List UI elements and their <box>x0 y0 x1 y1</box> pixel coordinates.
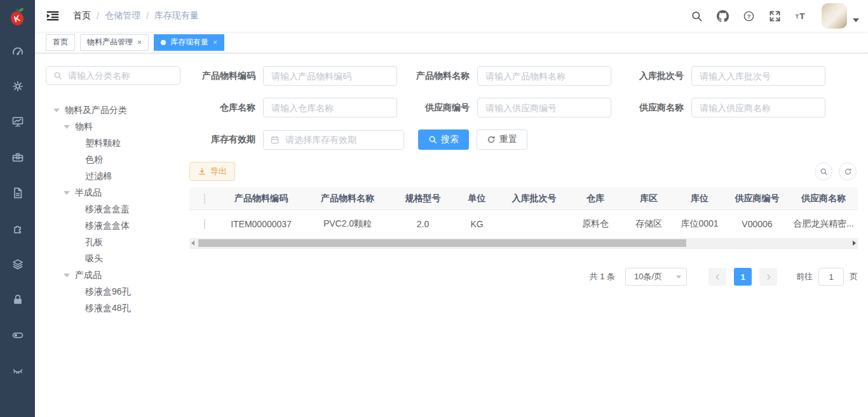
page-number-button[interactable]: 1 <box>734 268 752 286</box>
scrollbar-thumb[interactable] <box>198 239 686 247</box>
tree-node-leaf[interactable]: 移液盒盒盖 <box>46 201 180 218</box>
github-icon[interactable] <box>710 0 736 32</box>
sidebar-item-plugin[interactable] <box>0 211 35 246</box>
supplier-name-input[interactable] <box>691 98 825 117</box>
sidebar-menu <box>0 33 35 388</box>
sidebar-item-layers[interactable] <box>0 246 35 282</box>
pagination: 共 1 条 10条/页 1 <box>189 268 858 286</box>
tree-node-leaf[interactable]: 过滤棉 <box>46 168 180 185</box>
tree-expand-caret-icon[interactable] <box>64 125 70 129</box>
breadcrumb-home[interactable]: 首页 <box>73 10 91 22</box>
search-button[interactable]: 搜索 <box>418 129 469 150</box>
sidebar-item-toggle[interactable] <box>0 317 35 353</box>
breadcrumb-warehouse[interactable]: 仓储管理 <box>105 10 140 22</box>
tree-node-leaf[interactable]: 孔板 <box>46 234 180 251</box>
cell-warehouse: 原料仓 <box>567 218 623 230</box>
cell-item-code: ITEM00000037 <box>220 219 302 229</box>
breadcrumb-separator: / <box>146 11 149 21</box>
inventory-table: 产品物料编码 产品物料名称 规格型号 单位 入库批次号 仓库 库区 库位 供应商… <box>189 187 858 249</box>
cell-zone: 存储区 <box>623 218 674 230</box>
tab-material-product[interactable]: 物料产品管理 × <box>80 34 149 51</box>
table-row[interactable]: ITEM00000037 PVC2.0颗粒 2.0 KG 原料仓 存储区 库位0… <box>189 210 858 238</box>
prev-page-button[interactable] <box>709 268 726 286</box>
calendar-icon <box>270 135 280 145</box>
tree-node-leaf[interactable]: 色粉 <box>46 152 180 168</box>
tree-node-leaf[interactable]: 吸头 <box>46 251 180 267</box>
refresh-icon <box>487 135 496 144</box>
header-search-icon[interactable] <box>684 0 710 32</box>
tree-node-semifinished[interactable]: 半成品 <box>46 185 180 201</box>
work-area: 产品物料编码 产品物料名称 入库批次号 仓库名称 <box>189 66 858 417</box>
sidebar-item-monitor[interactable] <box>0 104 35 140</box>
fullscreen-icon[interactable] <box>762 0 788 32</box>
item-name-input[interactable] <box>477 66 611 86</box>
breadcrumb-separator: / <box>97 11 99 21</box>
user-avatar[interactable] <box>822 3 847 29</box>
category-tree-panel: 物料及产品分类 物料 塑料颗粒 色粉 过滤棉 半成品 移液盒盒盖 移液盒盒体 孔… <box>46 66 180 417</box>
logo-flower-icon: K <box>6 5 29 28</box>
tab-home[interactable]: 首页 <box>46 34 75 51</box>
next-page-button[interactable] <box>759 268 777 286</box>
font-size-icon[interactable]: T T <box>788 0 814 32</box>
tab-inventory-onhand[interactable]: 库存现有量 × <box>154 34 224 51</box>
puzzle-icon <box>11 222 24 235</box>
chevron-left-icon <box>714 274 721 281</box>
warehouse-name-input[interactable] <box>263 98 397 117</box>
filter-row-2: 仓库名称 供应商编号 供应商名称 <box>189 98 858 117</box>
download-icon <box>198 167 207 176</box>
help-icon[interactable]: ? <box>736 0 762 32</box>
tree-node-label: 孔板 <box>85 237 103 248</box>
tree-node-leaf[interactable]: 移液盒48孔 <box>46 300 180 317</box>
expiry-date-picker[interactable] <box>263 130 404 150</box>
tree-node-material[interactable]: 物料 <box>46 119 180 135</box>
tab-label: 库存现有量 <box>170 37 208 48</box>
page-size-select[interactable]: 10条/页 <box>625 268 687 286</box>
sidebar-item-document[interactable] <box>0 175 35 211</box>
toolbox-icon <box>11 151 24 164</box>
refresh-table-button[interactable] <box>839 162 857 180</box>
tree-search-input[interactable] <box>67 70 173 81</box>
tree-expand-caret-icon[interactable] <box>53 109 60 112</box>
svg-text:T: T <box>796 13 799 20</box>
sidebar-item-toolbox[interactable] <box>0 140 35 175</box>
tree-node-leaf[interactable]: 移液盒96孔 <box>46 284 180 300</box>
tree-expand-caret-icon[interactable] <box>64 274 70 277</box>
collapse-menu-icon[interactable] <box>43 6 62 25</box>
goto-page-input[interactable] <box>818 268 844 286</box>
tree-node-root[interactable]: 物料及产品分类 <box>46 102 180 119</box>
select-all-checkbox[interactable] <box>204 194 205 204</box>
sidebar-item-settings[interactable] <box>0 69 35 104</box>
toggle-search-button[interactable] <box>815 162 832 180</box>
tree-node-leaf[interactable]: 塑料颗粒 <box>46 135 180 152</box>
reset-button[interactable]: 重置 <box>477 129 527 150</box>
tab-close-icon[interactable]: × <box>213 39 217 46</box>
field-label: 仓库名称 <box>189 102 255 114</box>
tree-expand-caret-icon[interactable] <box>64 191 70 195</box>
item-code-input[interactable] <box>263 66 397 86</box>
user-menu[interactable] <box>822 3 859 29</box>
export-button-label: 导出 <box>210 166 227 177</box>
horizontal-scrollbar[interactable] <box>189 238 858 249</box>
supplier-code-input[interactable] <box>477 98 611 117</box>
scroll-left-arrow-icon[interactable] <box>191 241 194 246</box>
toggle-icon <box>11 329 24 341</box>
scroll-right-arrow-icon[interactable] <box>853 241 856 246</box>
tab-close-icon[interactable]: × <box>137 39 142 46</box>
lock-icon <box>11 293 24 306</box>
tree-node-finished[interactable]: 产成品 <box>46 267 180 284</box>
export-button[interactable]: 导出 <box>189 162 235 181</box>
pagination-total: 共 1 条 <box>590 271 615 282</box>
app-logo[interactable]: K <box>0 0 35 33</box>
column-header-supplier-code: 供应商编号 <box>725 193 789 204</box>
cell-location: 库位0001 <box>674 218 725 230</box>
row-checkbox[interactable] <box>204 219 205 229</box>
sidebar-item-dashboard[interactable] <box>0 33 35 69</box>
cell-spec: 2.0 <box>393 219 453 229</box>
expiry-date-input[interactable] <box>284 134 397 145</box>
field-warehouse-name: 仓库名称 <box>189 98 397 117</box>
search-icon <box>53 71 62 80</box>
sidebar-item-lock[interactable] <box>0 282 35 317</box>
batch-no-input[interactable] <box>691 66 825 86</box>
tree-node-leaf[interactable]: 移液盒盒体 <box>46 218 180 234</box>
sidebar-item-theme[interactable] <box>0 353 35 388</box>
